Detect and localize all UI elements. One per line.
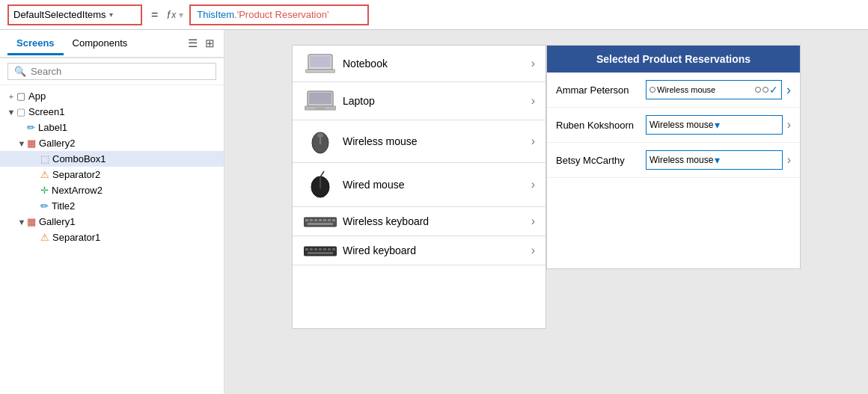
canvas-area: Notebook › Laptop ›	[224, 30, 868, 394]
formula-bar: DefaultSelectedItems ▾ = fx ▾ ThisItem.'…	[0, 0, 868, 30]
svg-rect-1	[310, 56, 331, 67]
tree-label-nextarrow2: NextArrow2	[52, 185, 218, 196]
ammar-combo[interactable]: Wireless mouse ✓	[646, 80, 782, 99]
tree-label-label1: Label1	[38, 122, 218, 133]
ruben-combo-value: Wireless mouse	[650, 120, 713, 130]
sidebar-search-area: 🔍	[0, 58, 224, 85]
tree-item-screen1[interactable]: ▼ ▢ Screen1	[0, 104, 224, 120]
wired-keyboard-label: Wired keyboard	[343, 244, 531, 256]
product-item-wireless-keyboard[interactable]: Wireless keyboard ›	[293, 207, 545, 236]
wireless-mouse-icon	[303, 128, 337, 155]
component-tree: + ▢ App ▼ ▢ Screen1 ✏ Label1 ▼ ▦ Gallery…	[0, 85, 224, 394]
title2-icon: ✏	[40, 200, 49, 212]
svg-rect-27	[328, 248, 331, 250]
svg-rect-16	[319, 219, 322, 221]
tab-screens[interactable]: Screens	[7, 33, 64, 55]
ammar-name: Ammar Peterson	[556, 84, 646, 96]
sidebar-icon-group: ☰ ⊞	[186, 35, 216, 52]
property-dropdown[interactable]: DefaultSelectedItems ▾	[7, 4, 142, 25]
fx-button[interactable]: fx ▾	[167, 9, 183, 21]
tree-item-nextarrow2[interactable]: ✛ NextArrow2	[0, 182, 224, 198]
svg-rect-12	[304, 218, 337, 227]
ruben-name: Ruben Kokshoorn	[556, 120, 646, 131]
wired-keyboard-icon	[303, 244, 337, 256]
betsy-combo[interactable]: Wireless mouse ▾	[646, 150, 783, 170]
formula-rest: .'Product Reservation'	[234, 9, 328, 20]
app-icon: ▢	[16, 90, 25, 102]
betsy-row-chevron-icon: ›	[787, 153, 791, 167]
expand-icon-gallery2: ▼	[16, 139, 27, 148]
fx-label: x	[171, 10, 176, 20]
tree-item-label1[interactable]: ✏ Label1	[0, 120, 224, 135]
svg-rect-28	[332, 248, 335, 250]
expand-icon-gallery1: ▼	[16, 218, 27, 227]
property-dropdown-label: DefaultSelectedItems	[13, 9, 106, 20]
product-item-wireless-mouse[interactable]: Wireless mouse ›	[293, 120, 545, 163]
tree-item-title2[interactable]: ✏ Title2	[0, 198, 224, 214]
list-view-icon[interactable]: ☰	[186, 35, 199, 52]
betsy-combo-value: Wireless mouse	[650, 155, 713, 165]
notebook-label: Notebook	[343, 58, 531, 70]
notebook-icon	[303, 53, 337, 74]
expand-icon-screen1: ▼	[6, 108, 16, 117]
laptop-icon	[303, 90, 337, 112]
tree-label-gallery2: Gallery2	[39, 138, 218, 149]
reservation-row-betsy: Betsy McCarthy Wireless mouse ▾ ›	[547, 143, 800, 178]
reservations-panel: Selected Product Reservations Ammar Pete…	[546, 45, 801, 269]
notebook-chevron-icon: ›	[531, 57, 535, 70]
ruben-combo-chevron-icon: ▾	[715, 119, 778, 131]
wired-mouse-chevron-icon: ›	[531, 178, 535, 191]
wired-mouse-label: Wired mouse	[343, 179, 531, 191]
svg-rect-22	[305, 248, 308, 250]
svg-rect-4	[309, 93, 331, 104]
product-item-laptop[interactable]: Laptop ›	[293, 82, 545, 120]
search-input[interactable]	[31, 66, 210, 77]
product-item-wired-keyboard[interactable]: Wired keyboard ›	[293, 236, 545, 265]
wireless-mouse-label: Wireless mouse	[343, 135, 531, 147]
chevron-down-icon: ▾	[109, 10, 136, 19]
product-list-panel: Notebook › Laptop ›	[292, 45, 546, 329]
reservation-row-ammar: Ammar Peterson Wireless mouse ✓ ›	[547, 73, 800, 108]
laptop-chevron-icon: ›	[531, 94, 535, 108]
label-icon: ✏	[27, 122, 35, 133]
tree-item-combobox1[interactable]: ⬚ ComboBox1	[0, 151, 224, 167]
product-item-notebook[interactable]: Notebook ›	[293, 46, 545, 82]
tree-item-gallery2[interactable]: ▼ ▦ Gallery2	[0, 135, 224, 151]
main-layout: Screens Components ☰ ⊞ 🔍 + ▢ App	[0, 30, 868, 394]
svg-rect-6	[315, 108, 326, 109]
wireless-mouse-chevron-icon: ›	[531, 135, 535, 148]
betsy-name: Betsy McCarthy	[556, 155, 646, 166]
wireless-keyboard-icon	[303, 215, 337, 227]
svg-rect-21	[304, 247, 337, 256]
reservation-row-ruben: Ruben Kokshoorn Wireless mouse ▾ ›	[547, 108, 800, 143]
gallery1-icon: ▦	[27, 216, 36, 227]
svg-rect-23	[310, 248, 313, 250]
wired-mouse-icon	[303, 170, 337, 199]
tree-item-app[interactable]: + ▢ App	[0, 88, 224, 104]
tree-label-separator2: Separator2	[52, 169, 218, 180]
ammar-combo-value: Wireless mouse	[657, 85, 754, 94]
ammar-row-chevron-icon: ›	[786, 82, 791, 98]
tab-components[interactable]: Components	[64, 33, 137, 55]
tree-item-separator1[interactable]: ⚠ Separator1	[0, 230, 224, 245]
formula-input-field[interactable]: ThisItem.'Product Reservation'	[189, 4, 369, 25]
svg-rect-20	[308, 223, 333, 225]
tree-label-combobox1: ComboBox1	[52, 153, 218, 164]
gallery-icon: ▦	[27, 138, 36, 149]
svg-rect-19	[332, 219, 335, 221]
nextarrow-icon: ✛	[40, 185, 49, 196]
reservations-title: Selected Product Reservations	[596, 53, 751, 65]
tree-label-app: App	[28, 90, 218, 102]
screen-icon: ▢	[16, 106, 25, 117]
ammar-dot-left	[650, 87, 655, 93]
reservations-header: Selected Product Reservations	[547, 46, 800, 73]
tree-item-gallery1[interactable]: ▼ ▦ Gallery1	[0, 214, 224, 230]
ruben-combo[interactable]: Wireless mouse ▾	[646, 115, 783, 135]
tree-label-separator1: Separator1	[52, 232, 218, 243]
tree-item-separator2[interactable]: ⚠ Separator2	[0, 167, 224, 182]
sidebar: Screens Components ☰ ⊞ 🔍 + ▢ App	[0, 30, 224, 394]
svg-rect-13	[305, 219, 308, 221]
product-item-wired-mouse[interactable]: Wired mouse ›	[293, 163, 545, 207]
search-box[interactable]: 🔍	[7, 63, 216, 80]
grid-view-icon[interactable]: ⊞	[204, 35, 216, 52]
